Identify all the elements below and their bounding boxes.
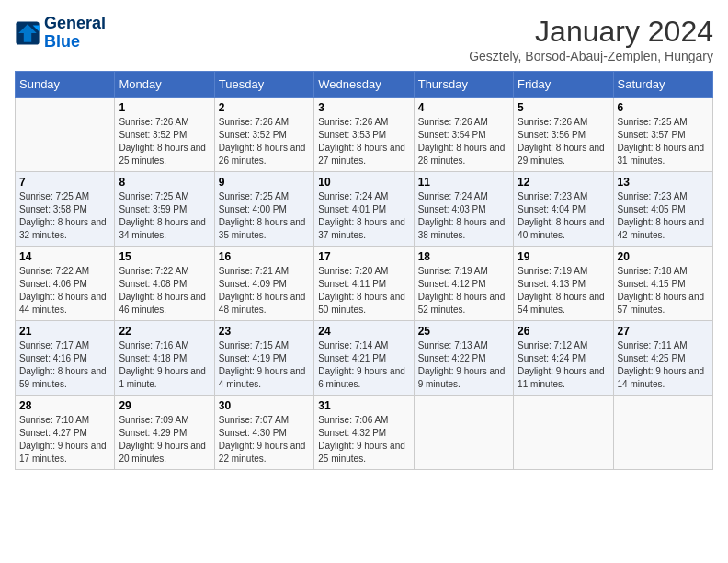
day-info: Sunrise: 7:11 AM Sunset: 4:25 PM Dayligh…	[618, 339, 709, 391]
day-info: Sunrise: 7:26 AM Sunset: 3:54 PM Dayligh…	[418, 116, 509, 167]
day-cell: 16Sunrise: 7:21 AM Sunset: 4:09 PM Dayli…	[214, 247, 313, 321]
day-number: 4	[418, 101, 509, 114]
day-cell	[613, 396, 712, 470]
column-header-friday: Friday	[514, 72, 613, 98]
day-number: 23	[219, 325, 310, 338]
day-cell	[16, 98, 115, 172]
logo-line2: Blue	[44, 33, 106, 52]
week-row-5: 28Sunrise: 7:10 AM Sunset: 4:27 PM Dayli…	[16, 396, 713, 470]
day-number: 21	[19, 325, 110, 338]
day-cell	[514, 396, 613, 470]
day-number: 31	[318, 399, 409, 412]
day-number: 2	[219, 101, 310, 114]
logo: General Blue	[15, 15, 106, 52]
day-info: Sunrise: 7:24 AM Sunset: 4:01 PM Dayligh…	[318, 190, 409, 242]
day-info: Sunrise: 7:10 AM Sunset: 4:27 PM Dayligh…	[19, 414, 110, 465]
day-number: 8	[119, 176, 210, 189]
day-info: Sunrise: 7:25 AM Sunset: 3:59 PM Dayligh…	[119, 190, 210, 242]
day-cell: 30Sunrise: 7:07 AM Sunset: 4:30 PM Dayli…	[214, 396, 313, 470]
day-info: Sunrise: 7:15 AM Sunset: 4:19 PM Dayligh…	[219, 339, 310, 391]
calendar-body: 1Sunrise: 7:26 AM Sunset: 3:52 PM Daylig…	[16, 98, 713, 470]
day-cell: 5Sunrise: 7:26 AM Sunset: 3:56 PM Daylig…	[514, 98, 613, 172]
day-cell: 9Sunrise: 7:25 AM Sunset: 4:00 PM Daylig…	[214, 172, 313, 247]
week-row-3: 14Sunrise: 7:22 AM Sunset: 4:06 PM Dayli…	[16, 247, 713, 321]
day-cell: 13Sunrise: 7:23 AM Sunset: 4:05 PM Dayli…	[613, 172, 712, 247]
day-number: 29	[119, 399, 210, 412]
day-number: 19	[518, 250, 609, 263]
day-cell: 1Sunrise: 7:26 AM Sunset: 3:52 PM Daylig…	[115, 98, 214, 172]
day-number: 24	[318, 325, 409, 338]
day-info: Sunrise: 7:14 AM Sunset: 4:21 PM Dayligh…	[318, 339, 409, 391]
day-number: 17	[318, 250, 409, 263]
column-header-tuesday: Tuesday	[214, 72, 313, 98]
day-cell: 2Sunrise: 7:26 AM Sunset: 3:52 PM Daylig…	[214, 98, 313, 172]
day-info: Sunrise: 7:22 AM Sunset: 4:06 PM Dayligh…	[19, 265, 110, 316]
day-cell: 4Sunrise: 7:26 AM Sunset: 3:54 PM Daylig…	[414, 98, 513, 172]
day-number: 6	[618, 101, 709, 114]
day-cell: 3Sunrise: 7:26 AM Sunset: 3:53 PM Daylig…	[314, 98, 414, 172]
location: Gesztely, Borsod-Abauj-Zemplen, Hungary	[469, 49, 713, 63]
day-cell: 14Sunrise: 7:22 AM Sunset: 4:06 PM Dayli…	[16, 247, 115, 321]
day-info: Sunrise: 7:21 AM Sunset: 4:09 PM Dayligh…	[219, 265, 310, 316]
day-info: Sunrise: 7:07 AM Sunset: 4:30 PM Dayligh…	[219, 414, 310, 465]
day-cell: 19Sunrise: 7:19 AM Sunset: 4:13 PM Dayli…	[514, 247, 613, 321]
day-number: 11	[418, 176, 509, 189]
day-info: Sunrise: 7:06 AM Sunset: 4:32 PM Dayligh…	[318, 414, 409, 465]
week-row-4: 21Sunrise: 7:17 AM Sunset: 4:16 PM Dayli…	[16, 321, 713, 396]
header-row: SundayMondayTuesdayWednesdayThursdayFrid…	[16, 72, 713, 98]
day-cell: 23Sunrise: 7:15 AM Sunset: 4:19 PM Dayli…	[214, 321, 313, 396]
column-header-wednesday: Wednesday	[314, 72, 414, 98]
day-cell: 17Sunrise: 7:20 AM Sunset: 4:11 PM Dayli…	[314, 247, 414, 321]
day-info: Sunrise: 7:26 AM Sunset: 3:53 PM Dayligh…	[318, 116, 409, 167]
day-info: Sunrise: 7:25 AM Sunset: 4:00 PM Dayligh…	[219, 190, 310, 242]
day-info: Sunrise: 7:23 AM Sunset: 4:04 PM Dayligh…	[518, 190, 609, 242]
day-cell: 22Sunrise: 7:16 AM Sunset: 4:18 PM Dayli…	[115, 321, 214, 396]
day-info: Sunrise: 7:13 AM Sunset: 4:22 PM Dayligh…	[418, 339, 509, 391]
day-number: 22	[119, 325, 210, 338]
day-number: 1	[119, 101, 210, 114]
title-block: January 2024 Gesztely, Borsod-Abauj-Zemp…	[469, 15, 713, 63]
day-info: Sunrise: 7:23 AM Sunset: 4:05 PM Dayligh…	[618, 190, 709, 242]
day-number: 14	[19, 250, 110, 263]
day-info: Sunrise: 7:22 AM Sunset: 4:08 PM Dayligh…	[119, 265, 210, 316]
day-info: Sunrise: 7:20 AM Sunset: 4:11 PM Dayligh…	[318, 265, 409, 316]
day-number: 13	[618, 176, 709, 189]
day-number: 5	[518, 101, 609, 114]
day-cell: 27Sunrise: 7:11 AM Sunset: 4:25 PM Dayli…	[613, 321, 712, 396]
day-number: 18	[418, 250, 509, 263]
day-info: Sunrise: 7:12 AM Sunset: 4:24 PM Dayligh…	[518, 339, 609, 391]
day-info: Sunrise: 7:26 AM Sunset: 3:52 PM Dayligh…	[219, 116, 310, 167]
day-cell: 31Sunrise: 7:06 AM Sunset: 4:32 PM Dayli…	[314, 396, 414, 470]
day-cell	[414, 396, 513, 470]
day-number: 3	[318, 101, 409, 114]
day-cell: 25Sunrise: 7:13 AM Sunset: 4:22 PM Dayli…	[414, 321, 513, 396]
day-cell: 10Sunrise: 7:24 AM Sunset: 4:01 PM Dayli…	[314, 172, 414, 247]
calendar-header: SundayMondayTuesdayWednesdayThursdayFrid…	[16, 72, 713, 98]
day-info: Sunrise: 7:16 AM Sunset: 4:18 PM Dayligh…	[119, 339, 210, 391]
day-info: Sunrise: 7:18 AM Sunset: 4:15 PM Dayligh…	[618, 265, 709, 316]
week-row-1: 1Sunrise: 7:26 AM Sunset: 3:52 PM Daylig…	[16, 98, 713, 172]
column-header-monday: Monday	[115, 72, 214, 98]
day-cell: 8Sunrise: 7:25 AM Sunset: 3:59 PM Daylig…	[115, 172, 214, 247]
day-info: Sunrise: 7:24 AM Sunset: 4:03 PM Dayligh…	[418, 190, 509, 242]
logo-line1: General	[44, 15, 106, 33]
day-info: Sunrise: 7:17 AM Sunset: 4:16 PM Dayligh…	[19, 339, 110, 391]
day-info: Sunrise: 7:19 AM Sunset: 4:12 PM Dayligh…	[418, 265, 509, 316]
day-number: 25	[418, 325, 509, 338]
day-number: 15	[119, 250, 210, 263]
day-number: 28	[19, 399, 110, 412]
day-number: 20	[618, 250, 709, 263]
day-info: Sunrise: 7:26 AM Sunset: 3:56 PM Dayligh…	[518, 116, 609, 167]
day-number: 16	[219, 250, 310, 263]
day-cell: 6Sunrise: 7:25 AM Sunset: 3:57 PM Daylig…	[613, 98, 712, 172]
day-cell: 20Sunrise: 7:18 AM Sunset: 4:15 PM Dayli…	[613, 247, 712, 321]
day-cell: 18Sunrise: 7:19 AM Sunset: 4:12 PM Dayli…	[414, 247, 513, 321]
column-header-sunday: Sunday	[16, 72, 115, 98]
page-header: General Blue January 2024 Gesztely, Bors…	[15, 15, 713, 63]
day-cell: 12Sunrise: 7:23 AM Sunset: 4:04 PM Dayli…	[514, 172, 613, 247]
calendar-table: SundayMondayTuesdayWednesdayThursdayFrid…	[15, 71, 713, 470]
day-cell: 28Sunrise: 7:10 AM Sunset: 4:27 PM Dayli…	[16, 396, 115, 470]
day-cell: 21Sunrise: 7:17 AM Sunset: 4:16 PM Dayli…	[16, 321, 115, 396]
day-info: Sunrise: 7:25 AM Sunset: 3:58 PM Dayligh…	[19, 190, 110, 242]
day-cell: 26Sunrise: 7:12 AM Sunset: 4:24 PM Dayli…	[514, 321, 613, 396]
